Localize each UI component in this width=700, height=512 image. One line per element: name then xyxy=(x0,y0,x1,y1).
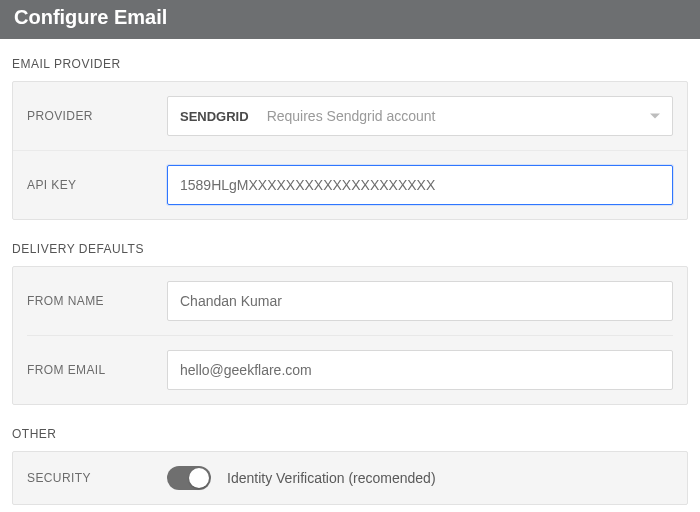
provider-select[interactable]: SENDGRID Requires Sendgrid account xyxy=(167,96,673,136)
from-email-input[interactable] xyxy=(167,350,673,390)
label-from-name: FROM NAME xyxy=(27,294,167,308)
from-name-input[interactable] xyxy=(167,281,673,321)
chevron-down-icon xyxy=(650,114,660,119)
label-api-key: API KEY xyxy=(27,178,167,192)
row-provider: PROVIDER SENDGRID Requires Sendgrid acco… xyxy=(13,82,687,150)
label-security: SECURITY xyxy=(27,471,167,485)
security-toggle-wrap: Identity Verification (recomended) xyxy=(167,466,673,490)
toggle-knob-icon xyxy=(189,468,209,488)
label-provider: PROVIDER xyxy=(27,109,167,123)
section-label-delivery-defaults: DELIVERY DEFAULTS xyxy=(12,242,688,256)
security-toggle[interactable] xyxy=(167,466,211,490)
row-security: SECURITY Identity Verification (recomend… xyxy=(13,452,687,504)
page-header: Configure Email xyxy=(0,0,700,39)
page-title: Configure Email xyxy=(14,6,167,28)
page-body: EMAIL PROVIDER PROVIDER SENDGRID Require… xyxy=(0,39,700,505)
provider-select-value: SENDGRID xyxy=(180,109,249,124)
label-from-email: FROM EMAIL xyxy=(27,363,167,377)
security-toggle-label: Identity Verification (recomended) xyxy=(227,470,436,486)
row-api-key: API KEY xyxy=(13,150,687,219)
section-label-email-provider: EMAIL PROVIDER xyxy=(12,57,688,71)
section-label-other: OTHER xyxy=(12,427,688,441)
api-key-input[interactable] xyxy=(167,165,673,205)
row-from-name: FROM NAME xyxy=(13,267,687,335)
row-from-email: FROM EMAIL xyxy=(13,336,687,404)
panel-email-provider: PROVIDER SENDGRID Requires Sendgrid acco… xyxy=(12,81,688,220)
panel-delivery-defaults: FROM NAME FROM EMAIL xyxy=(12,266,688,405)
panel-other: SECURITY Identity Verification (recomend… xyxy=(12,451,688,505)
provider-select-hint: Requires Sendgrid account xyxy=(267,108,436,124)
